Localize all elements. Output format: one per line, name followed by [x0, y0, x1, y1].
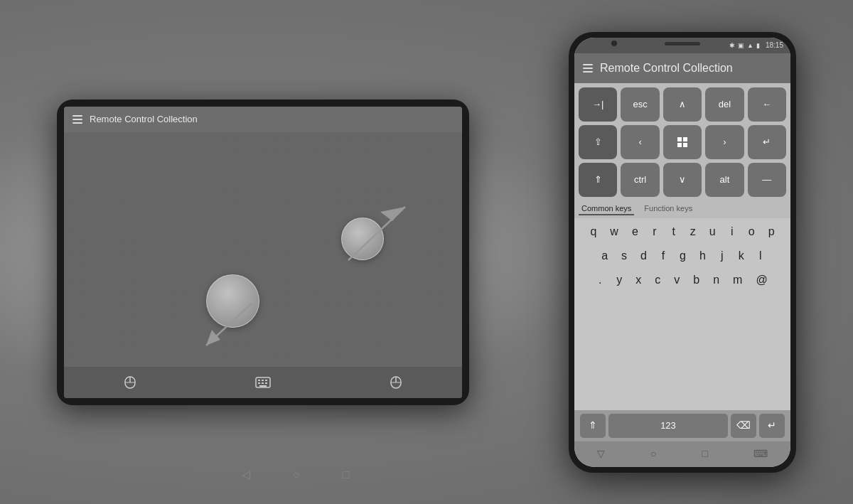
tablet-toolbar-title: Remote Control Collection	[90, 114, 198, 124]
hamburger-icon[interactable]	[73, 115, 82, 124]
key-w[interactable]: w	[604, 221, 624, 242]
key-tabs: Common keys Function keys	[574, 201, 790, 218]
key-b[interactable]: b	[687, 269, 705, 291]
key-p[interactable]: p	[763, 221, 780, 242]
key-i[interactable]: i	[724, 221, 741, 242]
svg-rect-14	[259, 385, 267, 387]
backspace-key[interactable]: ←	[748, 87, 786, 122]
home-nav-icon[interactable]: ○	[650, 449, 656, 460]
key-v[interactable]: v	[668, 269, 685, 291]
svg-rect-12	[262, 382, 264, 384]
phone-camera	[611, 41, 617, 46]
key-g[interactable]: g	[674, 245, 692, 267]
status-time: 18:15	[766, 41, 783, 49]
arrow-drag-2	[334, 189, 426, 282]
key-f[interactable]: f	[655, 245, 672, 267]
key-h[interactable]: h	[694, 245, 712, 267]
key-a[interactable]: a	[596, 245, 613, 267]
ctrl-key[interactable]: ctrl	[621, 163, 659, 197]
shift-key[interactable]: ⇑	[579, 163, 617, 197]
key-k[interactable]: k	[733, 245, 750, 267]
key-r[interactable]: r	[646, 221, 663, 242]
tablet-bottom-bar	[64, 367, 462, 398]
windows-key[interactable]	[663, 125, 702, 159]
key-o[interactable]: o	[743, 221, 761, 242]
key-q[interactable]: q	[584, 221, 602, 242]
tab-common-keys[interactable]: Common keys	[579, 203, 634, 215]
svg-marker-3	[380, 207, 405, 221]
keyboard-area: q w e r t z u i o p a s d f g h	[574, 218, 790, 410]
capslock-key[interactable]: ⇧	[579, 125, 617, 159]
tab-function-keys[interactable]: Function keys	[641, 203, 695, 215]
key-t[interactable]: t	[665, 221, 682, 242]
tablet-home-nav[interactable]: ○	[293, 468, 300, 481]
space-key[interactable]: —	[748, 163, 786, 197]
tablet-touchpad-area[interactable]	[64, 132, 462, 367]
key-n[interactable]: n	[707, 269, 725, 291]
down-key[interactable]: ∨	[663, 163, 702, 197]
battery-icon: ▮	[756, 42, 760, 49]
phone-speaker	[665, 42, 700, 45]
key-m[interactable]: m	[727, 269, 748, 291]
svg-rect-11	[258, 382, 260, 384]
recents-nav-icon[interactable]: □	[702, 449, 708, 460]
key-z[interactable]: z	[685, 221, 702, 242]
svg-rect-19	[683, 137, 687, 141]
key-dot[interactable]: .	[591, 269, 608, 291]
keyboard-shift-btn[interactable]: ⇑	[580, 414, 606, 438]
del-key[interactable]: del	[705, 87, 744, 122]
key-y[interactable]: y	[611, 269, 628, 291]
svg-rect-18	[677, 137, 682, 141]
key-e[interactable]: e	[626, 221, 644, 242]
key-at[interactable]: @	[750, 269, 773, 291]
esc-key[interactable]: esc	[621, 87, 659, 122]
key-s[interactable]: s	[616, 245, 633, 267]
mouse-left-icon[interactable]	[122, 374, 139, 391]
svg-rect-20	[677, 143, 682, 147]
tab-key[interactable]: →|	[579, 87, 617, 122]
svg-rect-13	[265, 382, 267, 384]
wifi-icon: ▲	[747, 42, 753, 49]
phone-hamburger-icon[interactable]	[583, 64, 593, 73]
sim-icon: ▣	[738, 42, 744, 49]
keyboard-del-btn[interactable]: ⌫	[731, 414, 756, 438]
key-u[interactable]: u	[704, 221, 721, 242]
svg-marker-1	[206, 330, 220, 345]
keyboard-row-2: a s d f g h j k l	[576, 245, 789, 267]
enter-key[interactable]: ↵	[748, 125, 786, 159]
tablet-nav-bar: ◁ ○ □	[242, 468, 349, 481]
phone-keyboard-bottom: ⇑ 123 ⌫ ↵	[574, 410, 790, 441]
alt-key[interactable]: alt	[705, 163, 744, 197]
back-nav-icon[interactable]: ▽	[597, 448, 605, 460]
up-key[interactable]: ∧	[663, 87, 702, 122]
key-grid: →| esc ∧ del ← ⇧ ‹ › ↵	[574, 83, 790, 201]
phone-status-bar: ✱ ▣ ▲ ▮ 18:15	[574, 38, 790, 53]
tablet-toolbar: Remote Control Collection	[64, 107, 462, 132]
keyboard-row-1: q w e r t z u i o p	[576, 221, 789, 242]
key-j[interactable]: j	[714, 245, 731, 267]
tablet-recents-nav[interactable]: □	[343, 468, 350, 481]
left-key[interactable]: ‹	[621, 125, 659, 159]
keyboard-enter-btn[interactable]: ↵	[759, 414, 785, 438]
tablet-screen: Remote Control Collection	[64, 107, 462, 398]
mouse-right-icon[interactable]	[387, 374, 404, 391]
tablet-device: Remote Control Collection	[57, 100, 469, 405]
tablet-back-nav[interactable]: ◁	[242, 468, 250, 481]
bluetooth-icon: ✱	[729, 42, 735, 49]
keyboard-nav-icon[interactable]: ⌨	[753, 448, 768, 460]
key-c[interactable]: c	[649, 269, 666, 291]
phone-nav-bar: ▽ ○ □ ⌨	[574, 441, 790, 467]
keyboard-row-3: . y x c v b n m @	[576, 269, 789, 291]
svg-rect-21	[683, 143, 687, 147]
phone-device: ✱ ▣ ▲ ▮ 18:15 Remote Control Collection …	[569, 32, 796, 473]
phone-screen: ✱ ▣ ▲ ▮ 18:15 Remote Control Collection …	[574, 38, 790, 467]
right-key[interactable]: ›	[705, 125, 744, 159]
key-x[interactable]: x	[630, 269, 647, 291]
keyboard-icon[interactable]	[254, 374, 272, 391]
key-l[interactable]: l	[752, 245, 769, 267]
arrow-drag-1	[192, 282, 277, 367]
svg-rect-9	[262, 380, 264, 381]
keyboard-num-btn[interactable]: 123	[608, 414, 728, 438]
key-d[interactable]: d	[635, 245, 653, 267]
phone-toolbar: Remote Control Collection	[574, 53, 790, 83]
